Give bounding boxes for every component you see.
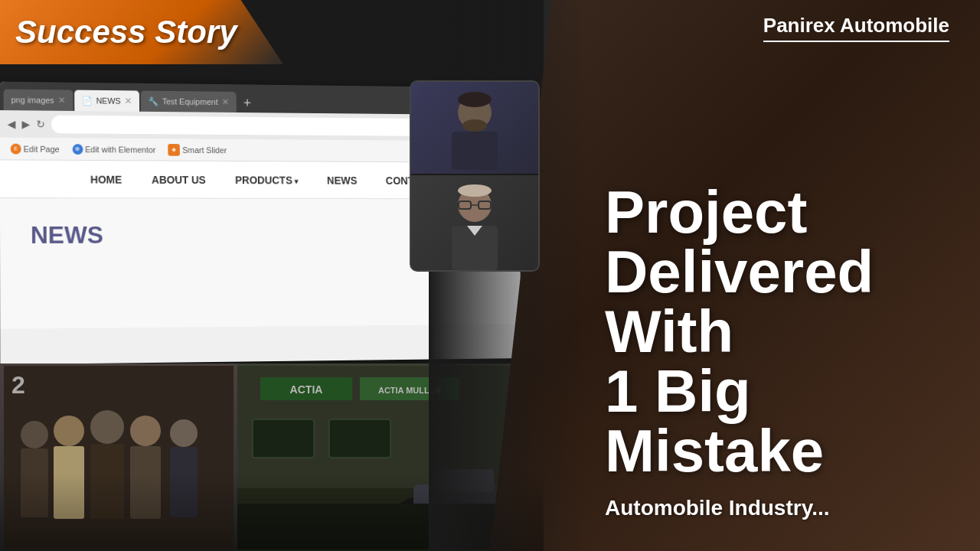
svg-rect-3 [452, 132, 498, 170]
video-overlay [410, 80, 540, 272]
tab-equipment-label: Test Equipment [162, 97, 218, 106]
edit-elementor-label: Edit with Elementor [85, 145, 155, 154]
main-headline: Project Delivered With 1 Big Mistake [605, 182, 949, 481]
tab-news-label: NEWS [96, 96, 120, 106]
nav-products[interactable]: PRODUCTS [235, 174, 298, 186]
edit-page-icon: E [11, 143, 21, 154]
nav-news[interactable]: NEWS [327, 174, 358, 187]
tab-png-label: png images [11, 95, 54, 104]
person1-avatar [440, 86, 509, 170]
svg-point-8 [458, 184, 492, 197]
smart-slider-icon: ◈ [168, 144, 181, 156]
tab-news-close[interactable]: ✕ [124, 96, 132, 106]
add-tab-button[interactable]: + [237, 93, 257, 112]
nav-home[interactable]: HOME [90, 173, 122, 185]
video-top-person [411, 82, 538, 174]
edit-page-button[interactable]: E Edit Page [6, 142, 64, 155]
right-content: Project Delivered With 1 Big Mistake Aut… [528, 0, 980, 551]
edit-elementor-button[interactable]: ⊕ Edit with Elementor [67, 142, 160, 156]
browser-tab-equipment[interactable]: 🔧 Test Equipment ✕ [141, 91, 237, 112]
headline-line1: Project [605, 182, 949, 242]
smart-slider-button[interactable]: ◈ Smart Slider [164, 142, 231, 158]
nav-about[interactable]: ABOUT US [152, 174, 206, 186]
success-badge-label: Success Story [15, 14, 237, 50]
browser-tab-news[interactable]: 📄 NEWS ✕ [74, 90, 139, 112]
address-bar[interactable] [51, 116, 423, 136]
photo-number: 2 [11, 371, 25, 399]
edit-page-label: Edit Page [24, 144, 60, 153]
success-badge: Success Story [0, 0, 283, 64]
person2-avatar [440, 178, 509, 270]
brand-underline [763, 41, 949, 42]
tab-png-close[interactable]: ✕ [58, 95, 66, 106]
refresh-icon[interactable]: ↻ [36, 118, 45, 130]
svg-point-1 [462, 119, 487, 132]
elementor-icon: ⊕ [72, 144, 83, 155]
headline-line2: Delivered With [605, 242, 949, 361]
subtitle: Automobile Industry... [605, 496, 949, 520]
tab-equipment-close[interactable]: ✕ [221, 96, 229, 107]
smart-slider-label: Smart Slider [182, 145, 227, 155]
brand-name: Panirex Automobile [763, 14, 949, 42]
back-icon[interactable]: ◀ [8, 118, 16, 130]
headline-line3: 1 Big Mistake [605, 361, 949, 481]
forward-icon[interactable]: ▶ [21, 118, 30, 130]
svg-point-2 [458, 92, 492, 107]
video-bottom-person [411, 175, 538, 272]
browser-tab-png[interactable]: png images ✕ [4, 89, 74, 110]
brand-name-text: Panirex Automobile [763, 14, 949, 37]
